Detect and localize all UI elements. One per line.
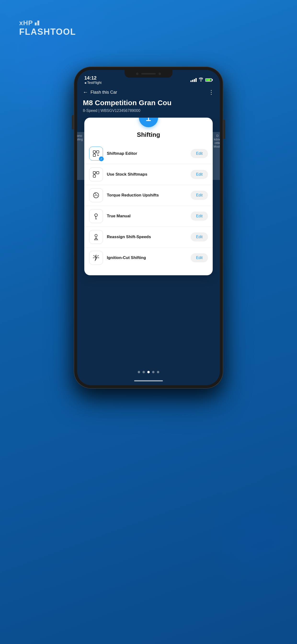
notch-speaker	[141, 73, 156, 74]
torque-icon-box	[89, 188, 103, 202]
svg-point-13	[94, 192, 99, 198]
status-icons-group: ⚡	[190, 78, 213, 82]
notch-camera-right	[158, 72, 161, 75]
status-time: 14:12	[84, 75, 102, 81]
ignition-cut-icon	[92, 254, 100, 262]
header-nav: ← Flash this Car ⋮	[83, 89, 214, 96]
shiftmap-editor-edit-button[interactable]: Edit	[191, 149, 208, 158]
svg-rect-10	[93, 175, 96, 177]
stock-shiftmaps-label: Use Stock Shiftmaps	[107, 172, 187, 177]
shiftmap-editor-label: Shiftmap Editor	[107, 151, 187, 156]
active-check-badge: ✓	[99, 156, 104, 161]
pagination-dot-3[interactable]	[152, 371, 154, 373]
torque-icon	[92, 192, 100, 199]
true-manual-edit-button[interactable]: Edit	[191, 212, 208, 221]
wifi-icon	[198, 78, 203, 82]
pagination-dot-4[interactable]	[157, 371, 159, 373]
content-area: onopling DkdowottleMode	[77, 118, 220, 385]
list-item: Use Stock Shiftmaps Edit	[84, 164, 213, 185]
notch-camera-left	[136, 72, 138, 75]
reassign-shift-speeds-edit-button[interactable]: Edit	[191, 232, 208, 242]
list-item: Reassign Shift-Speeds Edit	[84, 227, 213, 248]
true-manual-icon-box	[89, 209, 103, 223]
svg-line-18	[94, 256, 94, 256]
torque-reduction-label: Torque Reduction Upshifts	[107, 192, 187, 198]
phone-screen: 14:12 TestFlight ⚡	[77, 70, 220, 385]
card-icon-circle	[139, 118, 158, 127]
logo-bars-icon	[35, 20, 39, 26]
more-options-button[interactable]: ⋮	[208, 89, 214, 96]
status-bar: 14:12 TestFlight ⚡	[77, 70, 220, 86]
card-title: Shifting	[84, 131, 213, 138]
pagination-dots	[77, 371, 220, 373]
pagination-dot-2[interactable]	[147, 371, 150, 373]
svg-rect-3	[93, 151, 96, 153]
app-header: ← Flash this Car ⋮ M8 Competition Gran C…	[77, 86, 220, 118]
svg-rect-4	[96, 151, 99, 153]
card-icon-wrapper	[84, 118, 213, 127]
list-item: ✓ Shiftmap Editor Edit	[84, 143, 213, 164]
svg-rect-5	[93, 154, 96, 156]
shift-speeds-icon	[92, 233, 100, 241]
home-indicator	[134, 380, 163, 382]
phone-notch	[124, 70, 172, 78]
list-item: True Manual Edit	[84, 206, 213, 227]
shiftmap-editor-icon-box: ✓	[89, 146, 103, 160]
svg-point-15	[95, 234, 97, 237]
header-nav-title: Flash this Car	[90, 90, 117, 95]
signal-icon	[190, 78, 197, 82]
stock-shiftmaps-edit-button[interactable]: Edit	[191, 170, 208, 179]
phone-outer-shell: 14:12 TestFlight ⚡	[74, 67, 223, 388]
logo-xhp-text: xHP	[19, 19, 33, 27]
battery-icon: ⚡	[205, 78, 213, 82]
pagination-dot-0[interactable]	[138, 371, 140, 373]
true-manual-label: True Manual	[107, 214, 187, 219]
list-item: Torque Reduction Upshifts Edit	[84, 185, 213, 206]
logo-flashtool-text: FLASHTOOL	[19, 27, 76, 37]
ignition-cut-edit-button[interactable]: Edit	[191, 253, 208, 262]
shifting-card: Shifting ✓	[84, 118, 213, 275]
stock-shiftmap-icon-box	[89, 168, 103, 181]
ignition-cut-icon-box	[89, 251, 103, 265]
shifting-icon	[144, 118, 153, 122]
back-arrow-icon: ←	[83, 89, 88, 95]
back-button[interactable]: ← Flash this Car	[83, 89, 117, 95]
status-app-label: TestFlight	[84, 81, 102, 84]
ignition-cut-shifting-label: Ignition-Cut Shifting	[107, 255, 187, 260]
reassign-shift-speeds-label: Reassign Shift-Speeds	[107, 234, 187, 240]
car-details-subtitle: 8-Speed | WBSGV123456789000	[83, 108, 214, 113]
car-name-title: M8 Competition Gran Cou	[83, 98, 214, 107]
list-item: Ignition-Cut Shifting Edit	[84, 248, 213, 268]
svg-rect-9	[96, 172, 99, 174]
app-logo: xHP FLASHTOOL	[19, 19, 76, 37]
phone-device: 14:12 TestFlight ⚡	[74, 67, 223, 388]
svg-line-14	[94, 193, 96, 194]
manual-icon	[92, 212, 100, 220]
svg-rect-8	[93, 172, 96, 174]
svg-rect-2	[146, 120, 151, 121]
torque-reduction-edit-button[interactable]: Edit	[191, 191, 208, 200]
pagination-dot-1[interactable]	[142, 371, 145, 373]
svg-line-19	[98, 256, 98, 256]
shiftmap-icon	[92, 150, 100, 158]
stock-shiftmap-icon	[92, 170, 100, 178]
reassign-icon-box	[89, 230, 103, 244]
